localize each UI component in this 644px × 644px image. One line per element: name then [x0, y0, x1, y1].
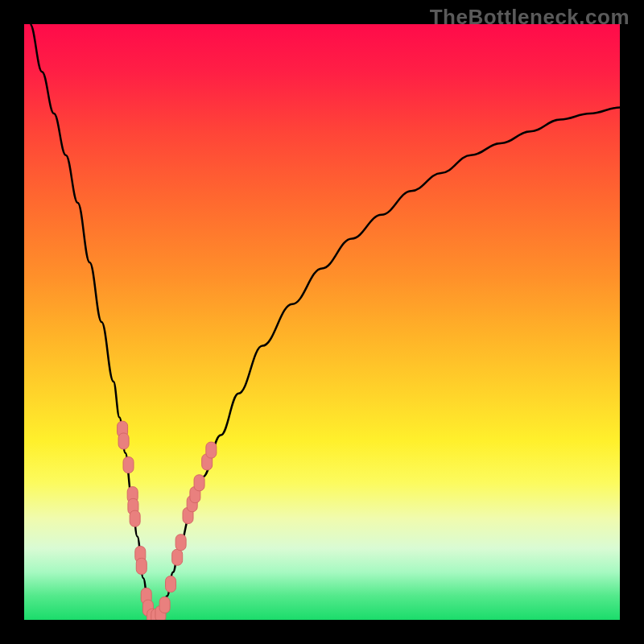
scatter-marker [159, 597, 170, 613]
bottleneck-chart [24, 24, 620, 620]
curve-path [30, 24, 620, 620]
scatter-marker [166, 576, 176, 592]
scatter-marker [206, 442, 217, 458]
chart-container: TheBottleneck.com [0, 0, 644, 644]
scatter-marker [123, 457, 134, 473]
scatter-marker [136, 558, 147, 574]
scatter-marker [194, 475, 204, 491]
scatter-markers [118, 421, 217, 620]
scatter-marker [118, 433, 129, 449]
scatter-marker [172, 549, 183, 565]
scatter-marker [130, 510, 140, 526]
curve-line [30, 24, 620, 620]
scatter-marker [175, 535, 186, 551]
